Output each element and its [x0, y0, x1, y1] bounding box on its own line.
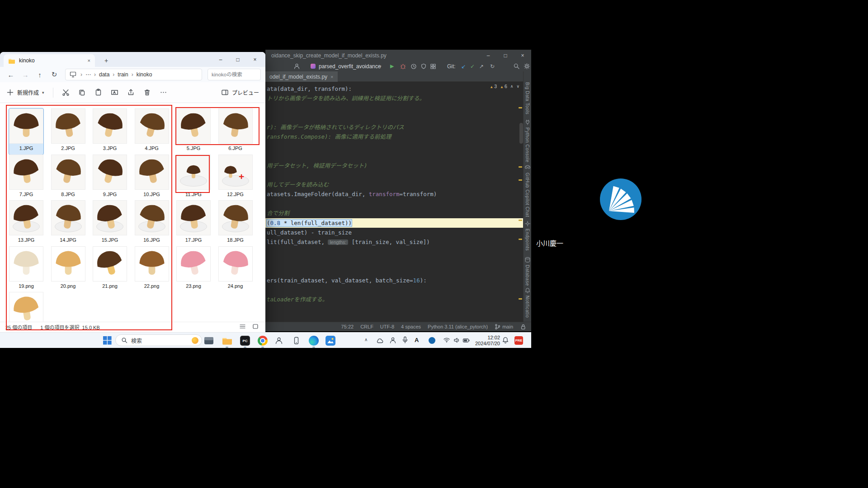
file-item[interactable]: 4.JPG	[135, 108, 169, 155]
caret-position[interactable]: 75:22	[341, 324, 354, 329]
file-item[interactable]: 20.png	[51, 246, 85, 292]
tab-close-icon[interactable]: ×	[88, 58, 90, 63]
explorer-close-button[interactable]: ×	[246, 52, 264, 67]
notifications-bell-icon[interactable]	[502, 337, 509, 346]
code-editor[interactable]: ata(data_dir, transform): トリから画像データを読み込み…	[265, 82, 523, 322]
next-issue-icon[interactable]: ∨	[516, 84, 519, 89]
desktops-icon[interactable]	[203, 335, 215, 347]
services-icon[interactable]	[430, 61, 436, 71]
paste-icon[interactable]	[94, 89, 102, 96]
photos-icon[interactable]	[325, 335, 336, 347]
explorer-maximize-button[interactable]: □	[229, 52, 246, 67]
chrome-icon[interactable]	[257, 335, 269, 347]
explorer-search-input[interactable]	[208, 69, 261, 80]
indent-setting[interactable]: 4 spaces	[401, 324, 421, 329]
breadcrumb-kinoko[interactable]: kinoko	[137, 71, 152, 78]
teams-icon[interactable]	[389, 337, 396, 346]
file-item[interactable]: 7.JPG	[9, 155, 43, 201]
git-update-icon[interactable]: ↙	[461, 61, 466, 71]
volume-icon[interactable]	[453, 337, 460, 346]
explorer-minimize-button[interactable]: –	[212, 52, 229, 67]
python-interpreter[interactable]: Python 3.11 (alice_pytorch)	[428, 324, 488, 329]
inspections-widget[interactable]: ▲3 ▲6 ∧ ∨	[490, 84, 519, 89]
pycharm-minimize-button[interactable]: –	[480, 50, 497, 61]
copilot-icon[interactable]	[524, 164, 531, 172]
line-separator[interactable]: CRLF	[360, 324, 373, 329]
delete-icon[interactable]	[143, 89, 151, 96]
file-item[interactable]: 6.JPG	[218, 108, 253, 155]
tool-python-console[interactable]: Python Console	[525, 127, 530, 163]
profiler-icon[interactable]	[410, 61, 417, 71]
tool-database[interactable]: Database	[525, 265, 530, 286]
file-item[interactable]: 17.JPG	[176, 200, 211, 246]
more-options-icon[interactable]	[160, 89, 167, 96]
file-encoding[interactable]: UTF-8	[380, 324, 394, 329]
file-item[interactable]: 1.JPG	[9, 108, 43, 155]
git-commit-icon[interactable]: ✓	[470, 61, 475, 71]
pycharm-close-button[interactable]: ×	[514, 50, 531, 61]
back-icon[interactable]: ←	[5, 71, 17, 79]
copy-icon[interactable]	[78, 89, 86, 96]
people-icon[interactable]	[273, 335, 285, 347]
breadcrumb[interactable]: › ⋯ › data › train › kinoko	[65, 69, 202, 80]
up-icon[interactable]: ↑	[33, 71, 46, 79]
file-item[interactable]: 9.JPG	[93, 155, 127, 201]
database-icon[interactable]	[524, 257, 531, 264]
ime-mode-indicator[interactable]: A	[415, 337, 419, 343]
details-view-icon[interactable]	[239, 324, 247, 331]
git-push-icon[interactable]: ↗	[479, 61, 484, 71]
new-tab-button[interactable]: +	[101, 56, 111, 66]
tray-expand-chevron-icon[interactable]: ∧	[364, 337, 368, 342]
cut-icon[interactable]	[62, 89, 70, 96]
editor-scrollbar[interactable]	[519, 123, 523, 144]
prev-issue-icon[interactable]: ∧	[510, 84, 514, 89]
file-explorer-icon[interactable]	[221, 335, 233, 347]
user-icon[interactable]	[293, 61, 300, 71]
file-item[interactable]: 23.png	[176, 246, 211, 292]
battery-icon[interactable]	[462, 337, 470, 346]
breadcrumb-data[interactable]: data	[99, 71, 109, 78]
file-item[interactable]: 19.png	[9, 246, 43, 292]
file-item[interactable]: 21.png	[93, 246, 127, 292]
editor-tab[interactable]: odel_if_model_exists.py ×	[265, 71, 338, 82]
file-item[interactable]: 11.JPG	[176, 155, 211, 201]
file-item[interactable]	[9, 292, 43, 322]
rename-icon[interactable]	[111, 89, 118, 96]
plug-icon[interactable]	[524, 119, 531, 127]
share-icon[interactable]	[127, 89, 135, 96]
file-item[interactable]: 18.JPG	[218, 200, 253, 246]
file-item[interactable]: 16.JPG	[135, 200, 169, 246]
file-item[interactable]: 14.JPG	[51, 200, 85, 246]
weather-icon[interactable]	[192, 337, 198, 344]
file-item[interactable]: 15.JPG	[93, 200, 127, 246]
wifi-icon[interactable]	[443, 337, 450, 345]
forward-icon[interactable]: →	[19, 71, 32, 79]
tool-endpoints[interactable]: Endpoints	[525, 229, 530, 251]
breadcrumb-train[interactable]: train	[118, 71, 128, 78]
new-button[interactable]: 新規作成 ▾	[6, 89, 44, 96]
file-item[interactable]: 13.JPG	[9, 200, 43, 246]
preview-button[interactable]: プレビュー	[221, 89, 259, 96]
settings-gear-icon[interactable]	[524, 61, 530, 71]
notifications-bell-icon[interactable]	[524, 287, 531, 295]
tool-big-data-tools[interactable]: Big Data Tools	[525, 82, 530, 114]
explorer-titlebar[interactable]: kinoko × + – □ ×	[0, 52, 265, 67]
file-item[interactable]: 3.JPG	[93, 108, 127, 155]
microphone-icon[interactable]	[401, 336, 409, 346]
run-button[interactable]: ▶	[390, 61, 394, 71]
tool-github-copilot-chat[interactable]: GitHub Copilot Chat	[525, 173, 530, 217]
explorer-tab[interactable]: kinoko ×	[4, 54, 95, 67]
endpoints-icon[interactable]	[524, 221, 531, 228]
refresh-icon[interactable]: ↻	[48, 70, 61, 79]
run-config-selector[interactable]: parsed_overfit_avoidance	[319, 61, 381, 71]
file-item[interactable]: 8.JPG	[51, 155, 85, 201]
breadcrumb-ellipsis[interactable]: ⋯	[85, 71, 91, 78]
tool-notifications[interactable]: Notificatio	[525, 296, 530, 318]
git-history-icon[interactable]: ↻	[490, 61, 495, 71]
onedrive-cloud-icon[interactable]	[376, 337, 384, 346]
run-config-chevron-icon[interactable]: ▾	[379, 61, 382, 71]
file-item[interactable]: 5.JPG	[176, 108, 211, 155]
search-everywhere-icon[interactable]	[513, 61, 520, 71]
recording-badge[interactable]: PRE	[514, 336, 523, 345]
pycharm-icon[interactable]: PC	[239, 335, 251, 347]
